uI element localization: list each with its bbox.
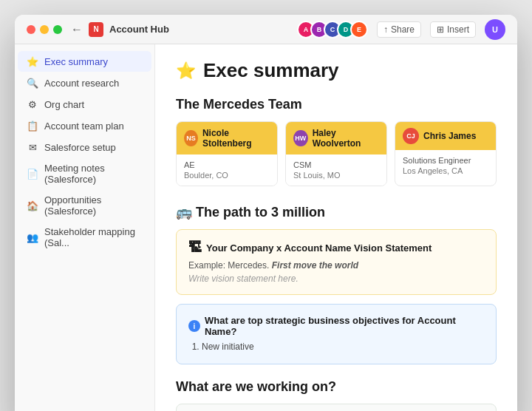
star-icon: ⭐	[27, 55, 38, 67]
close-button[interactable]	[27, 25, 35, 34]
team-member-role: Solutions Engineer	[403, 156, 488, 165]
path-section-title: 🚌 The path to 3 million	[176, 204, 497, 220]
vision-placeholder[interactable]: Write vision statement here.	[188, 274, 484, 284]
avatar: HW	[293, 130, 308, 146]
app-title: Account Hub	[109, 24, 169, 35]
clipboard-icon: 📋	[27, 120, 38, 132]
team-card-body: AE Boulder, CO	[177, 154, 277, 186]
notes-icon: 📄	[27, 168, 38, 180]
team-member-name: Haley Woolverton	[313, 128, 379, 149]
app-logo: N	[89, 22, 103, 37]
sidebar-item-exec-summary[interactable]: ⭐ Exec summary	[18, 51, 151, 72]
sidebar-item-label: Account research	[44, 78, 119, 89]
page-title-row: ⭐ Exec summary	[176, 59, 497, 82]
priorities-box: ✓ Our top priorities Exec alignment brie…	[176, 404, 497, 411]
team-member-role: AE	[184, 160, 270, 169]
team-member-name: Chris James	[423, 131, 476, 141]
org-icon: ⚙	[27, 98, 38, 110]
content-area: ⭐ Exec summary The Mercedes Team NS Nico…	[155, 44, 517, 411]
avatar: NS	[184, 130, 198, 146]
share-button[interactable]: ↑ Share	[377, 21, 421, 38]
share-label: Share	[391, 24, 415, 35]
insert-button[interactable]: ⊞ Insert	[430, 21, 476, 38]
people-icon: 👥	[27, 231, 38, 243]
mail-icon: ✉	[27, 141, 38, 153]
collaborator-avatars: A B C D E	[297, 21, 368, 38]
share-icon: ↑	[383, 24, 388, 35]
vision-title-text: Your Company x Account Name Vision State…	[206, 242, 432, 254]
team-card-header: CJ Chris James	[395, 122, 496, 150]
insert-icon: ⊞	[437, 24, 444, 35]
sidebar-item-label: Account team plan	[44, 120, 124, 132]
team-member-location: Los Angeles, CA	[403, 166, 488, 175]
sidebar-item-label: Stakeholder mapping (Sal...	[44, 226, 143, 248]
avatar: CJ	[403, 128, 419, 144]
avatar: E	[350, 21, 368, 38]
info-icon: i	[188, 320, 200, 332]
traffic-lights	[27, 25, 62, 34]
team-member-location: St Louis, MO	[293, 171, 379, 180]
sidebar-item-salesforce-setup[interactable]: ✉ Salesforce setup	[18, 137, 151, 157]
team-member-location: Boulder, CO	[184, 171, 270, 180]
sidebar: ⭐ Exec summary 🔍 Account research ⚙ Org …	[15, 44, 155, 411]
team-cards: NS Nicole Stoltenberg AE Boulder, CO HW …	[176, 121, 497, 186]
objectives-callout-title: i What are top strategic business object…	[188, 315, 484, 337]
back-button[interactable]: ←	[71, 23, 83, 36]
page-title: Exec summary	[203, 59, 339, 82]
sidebar-item-account-research[interactable]: 🔍 Account research	[18, 72, 151, 93]
main-content: ⭐ Exec summary 🔍 Account research ⚙ Org …	[15, 44, 517, 411]
minimize-button[interactable]	[40, 25, 49, 34]
objectives-title-text: What are top strategic business objectiv…	[205, 315, 484, 337]
lighthouse-icon: 🏗	[188, 240, 202, 256]
team-card-header: NS Nicole Stoltenberg	[177, 122, 277, 154]
sidebar-item-label: Meeting notes (Salesforce)	[44, 163, 143, 185]
sidebar-item-label: Exec summary	[44, 56, 108, 67]
app-window: ← N Account Hub A B C D E ↑ Share ⊞ Inse…	[15, 15, 517, 411]
user-avatar[interactable]: U	[485, 19, 505, 40]
sidebar-item-meeting-notes[interactable]: 📄 Meeting notes (Salesforce)	[18, 158, 151, 189]
sidebar-item-opportunities[interactable]: 🏠 Opportunities (Salesforce)	[18, 190, 151, 221]
list-item: New initiative	[202, 342, 484, 352]
titlebar-nav: ← N Account Hub	[71, 22, 169, 37]
insert-label: Insert	[447, 24, 469, 35]
team-card-header: HW Haley Woolverton	[286, 122, 386, 154]
building-icon: 🏠	[27, 200, 38, 211]
objectives-callout: i What are top strategic business object…	[176, 304, 497, 364]
working-section-title: What are we working on?	[176, 379, 497, 395]
objectives-list: New initiative	[188, 342, 484, 352]
titlebar: ← N Account Hub A B C D E ↑ Share ⊞ Inse…	[15, 15, 517, 44]
path-section: 🚌 The path to 3 million 🏗 Your Company x…	[176, 204, 497, 364]
team-card-body: CSM St Louis, MO	[286, 154, 386, 186]
working-section: What are we working on? ✓ Our top priori…	[176, 379, 497, 411]
sidebar-item-account-team-plan[interactable]: 📋 Account team plan	[18, 115, 151, 136]
team-card: HW Haley Woolverton CSM St Louis, MO	[285, 121, 387, 186]
team-card-body: Solutions Engineer Los Angeles, CA	[395, 150, 496, 181]
sidebar-item-stakeholder-mapping[interactable]: 👥 Stakeholder mapping (Sal...	[18, 222, 151, 253]
sidebar-item-label: Opportunities (Salesforce)	[44, 194, 143, 217]
sidebar-item-label: Org chart	[44, 99, 84, 110]
maximize-button[interactable]	[53, 25, 62, 34]
sidebar-item-label: Salesforce setup	[44, 142, 116, 153]
team-member-role: CSM	[293, 160, 379, 169]
vision-callout: 🏗 Your Company x Account Name Vision Sta…	[176, 229, 497, 295]
vision-callout-title: 🏗 Your Company x Account Name Vision Sta…	[188, 240, 484, 256]
title-star-icon: ⭐	[176, 61, 196, 81]
team-card: NS Nicole Stoltenberg AE Boulder, CO	[176, 121, 278, 186]
titlebar-right: A B C D E ↑ Share ⊞ Insert U	[297, 19, 505, 40]
search-icon: 🔍	[27, 77, 38, 89]
team-section-title: The Mercedes Team	[176, 97, 497, 112]
sidebar-item-org-chart[interactable]: ⚙ Org chart	[18, 94, 151, 115]
vision-example-italic: First move the world	[272, 260, 358, 271]
team-card: CJ Chris James Solutions Engineer Los An…	[395, 121, 497, 186]
vision-example: Example: Mercedes. First move the world	[188, 260, 484, 271]
team-member-name: Nicole Stoltenberg	[202, 128, 270, 149]
